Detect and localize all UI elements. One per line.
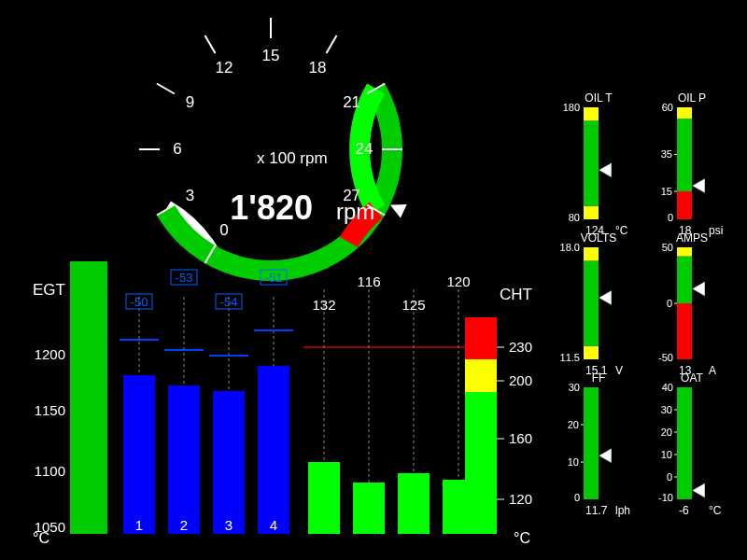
volts-band [584, 260, 599, 345]
rpm-tick-label: 15 [262, 47, 280, 64]
oilT-band [584, 107, 599, 120]
volts-band [584, 346, 599, 359]
amps-tick-label: 0 [667, 298, 672, 309]
egt-label: EGT [33, 281, 65, 299]
volts-band [584, 247, 599, 260]
rpm-value: 1'820 [230, 189, 313, 227]
ff-value: 11.7 [585, 504, 608, 517]
oilP-marker [692, 178, 705, 193]
cht-value: 116 [357, 273, 380, 289]
amps-unit: A [709, 364, 716, 377]
amps-marker [692, 281, 705, 296]
amps-label: AMPS [676, 231, 708, 245]
oilP-min: 0 [668, 212, 673, 223]
ff-unit: lph [615, 504, 630, 517]
egt-ref-bar [70, 261, 107, 534]
ff-max: 30 [569, 382, 580, 393]
rpm-unit-label: x 100 rpm [257, 149, 328, 167]
oilP-tick-label: 15 [661, 186, 672, 197]
amps-max: 50 [662, 242, 673, 253]
rpm-tick-label: 18 [309, 59, 327, 77]
oat-tick-label: 10 [661, 449, 672, 460]
ff-min: 0 [574, 492, 580, 503]
rpm-tick-label: 24 [356, 140, 374, 158]
amps-band [677, 247, 692, 257]
oat-label: OAT [681, 371, 703, 385]
oilP-band [677, 119, 692, 191]
egt-bar [258, 366, 289, 534]
egt-unit: °C [33, 530, 49, 546]
egt-chart: 1200115011001050-501-532-543-514 [35, 261, 293, 535]
egt-bar [168, 385, 200, 534]
small-gauges: OIL T18080124°COIL P600351518psiVOLTS18.… [560, 91, 724, 517]
rpm-tick-label: 3 [186, 187, 194, 204]
cht-tick: 200 [509, 372, 532, 388]
oat-marker [692, 483, 705, 497]
egt-bar-label: 3 [225, 517, 233, 533]
egt-lean-value: -51 [265, 271, 283, 285]
cht-tick: 160 [509, 430, 532, 446]
cht-unit: °C [514, 530, 530, 546]
oilP-band [677, 107, 692, 119]
oilT-unit: °C [615, 224, 628, 237]
egt-bar-label: 4 [270, 517, 277, 533]
oat-tick-label: 0 [667, 471, 672, 483]
oilT-min: 80 [569, 212, 580, 223]
egt-tick: 1150 [35, 402, 65, 418]
amps-band [677, 257, 692, 303]
egt-bar [123, 375, 155, 534]
cht-bar [443, 480, 474, 534]
oilP-band [677, 191, 692, 219]
rpm-unit-suffix: rpm [336, 199, 374, 224]
cht-value: 125 [402, 297, 425, 313]
oat-band [677, 387, 692, 499]
rpm-gauge: 0369121518212427 [139, 18, 407, 271]
cht-label: CHT [500, 286, 532, 303]
oilT-max: 180 [563, 102, 580, 113]
egt-lean-value: -53 [176, 271, 193, 285]
oilP-unit: psi [709, 224, 723, 237]
amps-band [677, 303, 692, 359]
oat-tick-label: 20 [661, 427, 672, 438]
oat-tick-label: 30 [661, 404, 672, 415]
ff-marker [599, 448, 612, 463]
rpm-needle [390, 204, 407, 218]
cht-bar [308, 462, 340, 534]
rpm-tick-label: 6 [173, 140, 181, 158]
oilT-band [584, 120, 599, 205]
oilP-max: 60 [662, 102, 673, 113]
ff-tick-label: 20 [568, 419, 579, 430]
rpm-tick [205, 35, 216, 53]
amps-min: -50 [658, 352, 673, 363]
egt-tick: 1200 [35, 346, 65, 362]
cht-tick: 120 [509, 491, 532, 507]
oilP-tick-label: 35 [661, 148, 672, 160]
rpm-tick-label: 9 [186, 93, 194, 111]
cht-bar [398, 473, 430, 534]
ff-tick-label: 10 [568, 456, 579, 468]
rpm-tick-label: 0 [219, 221, 228, 239]
oat-unit: °C [709, 504, 722, 517]
egt-tick: 1100 [35, 463, 65, 479]
oat-min: -10 [658, 492, 673, 503]
cht-bar [353, 483, 385, 534]
ff-band [584, 387, 599, 499]
rpm-tick [157, 84, 175, 94]
cht-band [465, 317, 497, 359]
oat-value: -6 [679, 504, 689, 517]
oilP-label: OIL P [678, 91, 706, 105]
rpm-tick-label: 21 [343, 93, 360, 111]
egt-lean-value: -54 [220, 295, 238, 309]
volts-unit: V [615, 364, 623, 377]
oilT-label: OIL T [585, 91, 613, 105]
egt-bar-label: 1 [135, 517, 143, 533]
rpm-tick-label: 12 [216, 59, 233, 77]
rpm-tick [327, 35, 337, 53]
egt-lean-value: -50 [131, 295, 148, 309]
ff-label: FF [592, 371, 606, 385]
cht-value: 132 [312, 297, 335, 313]
volts-max: 18.0 [560, 242, 580, 253]
cht-value: 120 [446, 273, 470, 289]
cht-tick: 230 [509, 339, 532, 355]
oat-max: 40 [662, 382, 673, 393]
